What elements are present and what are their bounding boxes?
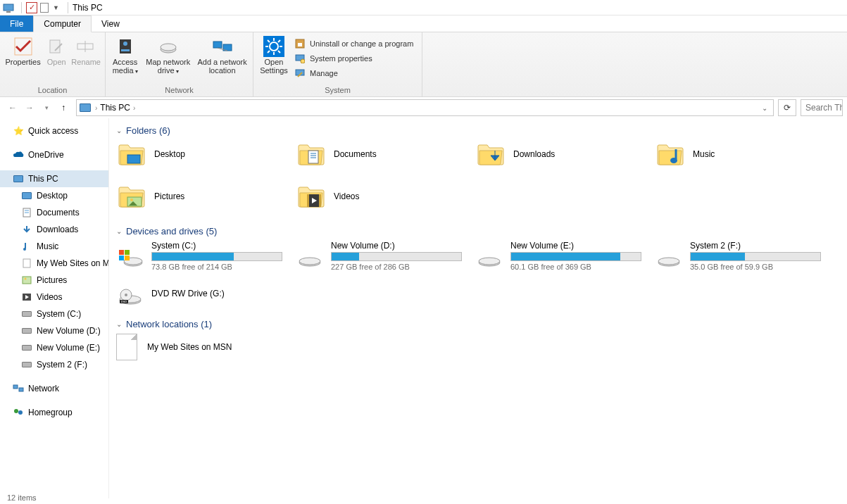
folder-label: Downloads [513,149,555,159]
drive-free-space: 227 GB free of 286 GB [331,263,475,271]
group-label-system: System [253,86,422,96]
capacity-bar [151,252,282,261]
drive-free-space: 73.8 GB free of 214 GB [151,263,296,271]
monitor-icon [13,173,24,184]
add-network-location-button[interactable]: Add a network location [194,35,250,76]
sidebar-item-onedrive[interactable]: OneDrive [0,146,108,163]
settings-gear-icon [263,37,285,56]
drive-label: DVD RW Drive (G:) [151,289,840,298]
status-bar: 12 items [0,491,37,498]
folder-icon [116,182,147,210]
folder-label: Music [693,149,715,159]
sidebar-item-homegroup[interactable]: Homegroup [0,404,108,421]
sidebar-item-network[interactable]: Network [0,380,108,397]
breadcrumb[interactable]: › This PC › [95,103,138,113]
tab-file[interactable]: File [0,15,33,32]
sidebar-item-music[interactable]: Music [0,238,108,255]
address-dropdown-icon[interactable]: ⌄ [756,104,773,112]
chevron-down-icon: ⌄ [116,227,122,235]
section-folders[interactable]: ⌄Folders (6) [116,125,840,136]
svg-rect-8 [121,49,130,51]
svg-rect-33 [23,259,30,267]
music-icon [21,241,32,252]
sidebar-item-documents[interactable]: Documents [0,204,108,221]
svg-point-49 [130,199,133,201]
network-icon [13,383,24,394]
file-icon [116,334,137,360]
group-label-network: Network [106,86,253,96]
folder-desktop[interactable]: Desktop [116,140,296,168]
folder-pictures[interactable]: Pictures [116,182,296,210]
capacity-bar [510,252,641,261]
system-icon [3,2,14,13]
address-bar[interactable]: › This PC › ⌄ [76,99,774,116]
forward-button[interactable]: → [21,99,38,116]
access-media-button[interactable]: Access media▾ [108,35,142,76]
search-input[interactable]: Search Th [801,99,843,116]
hard-drive-icon [475,246,503,267]
manage-button[interactable]: Manage [291,66,416,80]
pic-icon [21,275,32,286]
svg-point-7 [123,42,127,46]
network-location-label: My Web Sites on MSN [147,342,232,352]
sidebar-item-desktop[interactable]: Desktop [0,187,108,204]
section-drives[interactable]: ⌄Devices and drives (5) [116,226,840,237]
folder-icon [116,140,147,168]
checkmark-icon [12,37,34,56]
sidebar-item-this-pc[interactable]: This PC [0,170,108,187]
hd-icon [21,342,32,353]
drive-label: New Volume (D:) [331,241,475,251]
sidebar-item-pictures[interactable]: Pictures [0,272,108,289]
group-label-location: Location [0,86,105,96]
tab-computer[interactable]: Computer [33,15,92,32]
sidebar-item-system-c-[interactable]: System (C:) [0,305,108,322]
network-location-item[interactable]: My Web Sites on MSN [116,334,840,360]
svg-text:DVD: DVD [121,300,127,303]
section-network-locations[interactable]: ⌄Network locations (1) [116,319,840,329]
back-button[interactable]: ← [4,99,21,116]
folder-downloads[interactable]: Downloads [475,140,655,168]
navigation-pane: ⭐Quick access OneDrive This PC DesktopDo… [0,118,109,498]
vid-icon [21,291,32,303]
sidebar-item-new-volume-d-[interactable]: New Volume (D:) [0,322,108,339]
title-bar: ✓ ▼ This PC [0,0,847,15]
tab-view[interactable]: View [92,15,130,32]
refresh-button[interactable]: ⟳ [778,99,796,116]
folder-music[interactable]: Music [655,140,834,168]
ribbon-tabs: File Computer View [0,15,847,32]
sidebar-item-quick-access[interactable]: ⭐Quick access [0,122,108,139]
open-settings-button[interactable]: Open Settings [256,35,291,76]
svg-point-47 [670,158,677,163]
sidebar-item-videos[interactable]: Videos [0,289,108,305]
hd-icon [21,308,32,320]
folder-icon [655,140,686,168]
qat-newfolder-icon[interactable] [40,3,49,13]
sidebar-item-system-2-f-[interactable]: System 2 (F:) [0,356,108,373]
uninstall-icon [294,38,306,49]
drive-item[interactable]: New Volume (D:)227 GB free of 286 GB [296,241,475,271]
drive-item[interactable]: System (C:)73.8 GB free of 214 GB [116,241,296,271]
chevron-down-icon: ⌄ [116,320,122,328]
qat-properties-icon[interactable]: ✓ [26,2,37,13]
ribbon: Properties Open Rename Location Access m… [0,32,847,97]
recent-locations-button[interactable]: ▾ [38,99,55,116]
sidebar-item-new-volume-e-[interactable]: New Volume (E:) [0,339,108,356]
folder-documents[interactable]: Documents [296,140,475,168]
sidebar-item-my-web-sites-on-m[interactable]: My Web Sites on M [0,255,108,272]
drive-item[interactable]: DVD DVD RW Drive (G:) [116,284,840,305]
qat-dropdown-icon[interactable]: ▼ [53,4,59,11]
up-button[interactable]: ↑ [55,99,72,116]
folder-icon [296,140,327,168]
system-properties-button[interactable]: System properties [291,51,416,65]
uninstall-program-button[interactable]: Uninstall or change a program [291,37,416,51]
sidebar-item-downloads[interactable]: Downloads [0,221,108,238]
map-drive-button[interactable]: Map network drive▾ [142,35,194,76]
drive-item[interactable]: New Volume (E:)60.1 GB free of 369 GB [475,241,655,271]
hard-drive-icon [116,246,144,267]
hd-icon [21,325,32,336]
folder-videos[interactable]: Videos [296,182,475,210]
media-server-icon [114,37,137,56]
properties-button[interactable]: Properties [3,35,43,76]
drive-item[interactable]: System 2 (F:)35.0 GB free of 59.9 GB [655,241,834,271]
svg-point-10 [161,44,176,51]
